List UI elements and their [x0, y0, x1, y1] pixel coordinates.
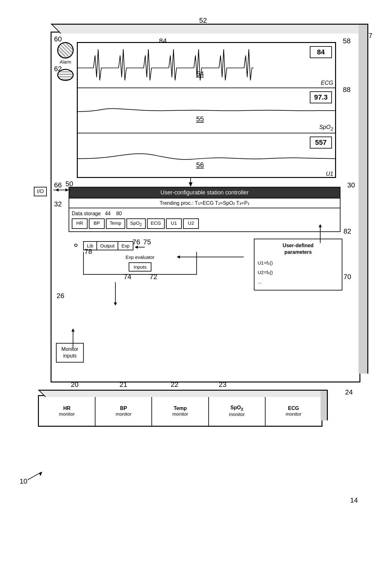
user-defined-lines: U1=f₁() U2=f₂() ...	[258, 258, 339, 287]
spo2-waveform	[78, 88, 335, 133]
temp-bottom: monitor	[172, 411, 188, 417]
inputs-down-arrow	[112, 282, 119, 308]
alarm-area: Alarm	[56, 42, 75, 81]
alarm-circle	[57, 42, 74, 58]
temp-top: Temp	[174, 406, 187, 411]
ref-20: 20	[71, 381, 78, 389]
ref-26: 26	[57, 292, 64, 300]
lib-btn[interactable]: Lib	[84, 242, 97, 250]
io-area: I/O	[53, 187, 70, 193]
user-defined-box: User-definedparameters U1=f₁() U2=f₂() .…	[254, 239, 342, 290]
spo2-monitor: SpO2 monitor	[209, 396, 266, 426]
ref-82: 82	[344, 227, 351, 235]
display-screen: 84 54 ECG 97.3 55 SpO2 557 56 U1	[77, 42, 336, 178]
ud-to-storage-arrow	[317, 222, 323, 243]
ecg-channel: 84 54 ECG	[78, 43, 335, 88]
svg-marker-13	[71, 328, 75, 332]
exp-button-group: Lib Output Exp	[83, 241, 133, 250]
down-arrow	[178, 178, 203, 187]
hr-bottom: monitor	[59, 411, 75, 417]
exp-btn[interactable]: Exp	[118, 242, 133, 250]
bottom-device: HR monitor BP monitor Temp monitor SpO2 …	[38, 395, 322, 427]
hr-top: HR	[63, 406, 70, 411]
u1-channel-num: 56	[196, 161, 204, 169]
controller-box: User-configurable station controller	[69, 187, 340, 198]
cell-temp: Temp	[106, 218, 125, 229]
ud-to-exp-arrow	[175, 254, 244, 260]
ref-23: 23	[219, 381, 226, 389]
storage-label: Data storage 44 80	[72, 211, 337, 217]
inputs-box: Inputs	[129, 262, 152, 272]
ref-70: 70	[344, 273, 351, 281]
exp-buttons-row: Lib Output Exp	[83, 241, 197, 252]
spo2-label: SpO2	[319, 124, 333, 131]
ecg-channel-num: 54	[196, 70, 204, 78]
spo2-mon-top: SpO2	[230, 405, 243, 412]
ref-21: 21	[119, 381, 127, 389]
spo2-channel-num: 55	[196, 115, 204, 123]
bp-bottom: monitor	[116, 411, 132, 417]
page-container: 52 12 57 60 62 66 50 32 30 40 41 42 43 4…	[0, 0, 392, 574]
ecg-waveform	[78, 43, 335, 88]
connector-circle	[74, 244, 77, 247]
svg-marker-15	[114, 302, 117, 306]
ref-32: 32	[54, 200, 62, 208]
io-arrow	[53, 187, 70, 193]
monitor-up-arrow	[70, 327, 76, 349]
svg-marker-11	[319, 224, 322, 227]
u1-channel: 557 56 U1	[78, 133, 335, 179]
cell-hr: HR	[72, 218, 88, 229]
ref-22: 22	[171, 381, 178, 389]
ref-88: 88	[343, 86, 351, 94]
ecg-monitor: ECG monitor	[266, 396, 322, 426]
bp-monitor: BP monitor	[95, 396, 152, 426]
io-box: I/O	[34, 187, 47, 196]
ecg-label: ECG	[321, 80, 333, 86]
spo2-value: 97.3	[310, 91, 332, 103]
hr-monitor: HR monitor	[39, 396, 95, 426]
cell-spo2: SpO2	[126, 218, 146, 229]
ref-30: 30	[347, 181, 355, 189]
ref-24: 24	[345, 388, 353, 396]
svg-marker-7	[135, 246, 138, 249]
spo2-channel: 97.3 55 SpO2	[78, 88, 335, 133]
ecg-value: 84	[310, 46, 332, 58]
user-defined-title: User-definedparameters	[258, 242, 339, 256]
ref-58: 58	[343, 37, 351, 45]
ref-14: 14	[350, 496, 358, 504]
cell-ecg: ECG	[147, 218, 165, 229]
alarm-oval	[57, 69, 74, 81]
bp-top: BP	[120, 406, 127, 411]
temp-monitor: Temp monitor	[152, 396, 209, 426]
ecg-mon-top: ECG	[288, 406, 299, 411]
storage-section: Data storage 44 80 HR BP Temp SpO2 ECG U…	[69, 208, 340, 232]
device-outer: 60 62 66 50 32 30 40 41 42 43 44 80 82 7…	[51, 32, 360, 382]
u1-waveform	[78, 133, 335, 179]
storage-cells: HR BP Temp SpO2 ECG U1 U2	[72, 218, 337, 229]
ref10-arrow	[28, 471, 44, 480]
svg-marker-9	[177, 255, 180, 259]
u1-value: 557	[310, 137, 332, 149]
u1-label: U1	[326, 171, 333, 177]
exp-arrow	[133, 242, 145, 252]
cell-u1: U1	[166, 218, 182, 229]
trending-box: Trending proc.: T₁=ECG T₂=SpO₂ T₃=P₁	[69, 198, 340, 208]
svg-line-16	[28, 472, 41, 480]
spo2-mon-bottom: monitor	[229, 412, 245, 417]
output-btn[interactable]: Output	[97, 242, 118, 250]
cell-bp: BP	[89, 218, 105, 229]
ref-10: 10	[20, 477, 27, 485]
svg-marker-5	[55, 188, 58, 192]
controller-section: User-configurable station controller Tre…	[69, 187, 340, 232]
ecg-mon-bottom: monitor	[285, 411, 301, 417]
cell-u2: U2	[183, 218, 199, 229]
svg-marker-1	[189, 182, 193, 187]
alarm-label: Alarm	[60, 59, 71, 64]
